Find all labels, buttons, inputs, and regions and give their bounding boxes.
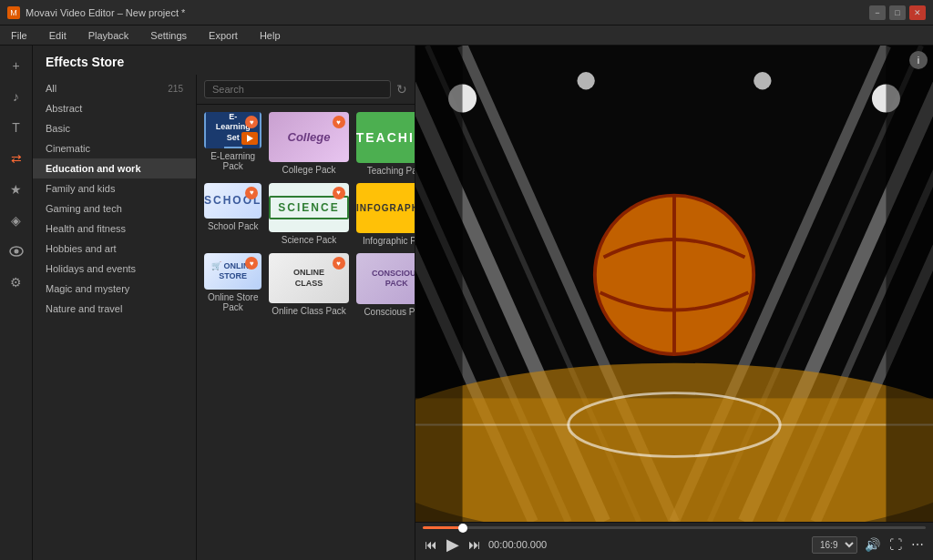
play-button[interactable]: ▶ <box>445 533 461 556</box>
fullscreen-button[interactable]: ⛶ <box>887 535 904 554</box>
list-item[interactable]: ♥ ONLINECLASS Online Class Pack <box>269 253 348 317</box>
eye-icon-btn[interactable] <box>4 239 29 264</box>
controls-right: 16:9 4:3 1:1 🔊 ⛶ ⋯ <box>812 535 926 554</box>
grid-item-label: Conscious Pack <box>356 307 415 317</box>
svg-point-24 <box>754 72 771 89</box>
menu-edit[interactable]: Edit <box>46 28 70 43</box>
badge-college: ♥ <box>333 116 345 128</box>
grid-item-label: Online Class Pack <box>269 306 348 316</box>
svg-point-23 <box>577 72 594 89</box>
svg-rect-26 <box>886 46 933 522</box>
list-item[interactable]: ♥ College College Pack <box>269 112 348 176</box>
category-holidays[interactable]: Holidays and events <box>33 259 196 279</box>
category-all[interactable]: All 215 <box>33 78 196 98</box>
list-item[interactable]: ♥ SCHOOL School Pack <box>204 183 261 247</box>
menu-settings[interactable]: Settings <box>147 28 190 43</box>
filter-icon-btn[interactable]: ◈ <box>4 208 29 233</box>
thumb-elearning: ♥ E-LearningSet <box>204 112 261 148</box>
grid-item-label: Infographic Pack <box>356 236 415 246</box>
next-frame-button[interactable]: ⏭ <box>466 535 483 554</box>
category-cinematic[interactable]: Cinematic <box>33 138 196 158</box>
thumb-science: ♥ SCIENCE <box>269 183 348 233</box>
badge-school: ♥ <box>245 187 258 199</box>
time-progress <box>423 526 463 529</box>
title-bar-left: M Movavi Video Editor – New project * <box>7 6 185 19</box>
menu-export[interactable]: Export <box>205 28 241 43</box>
thumb-school: ♥ SCHOOL <box>204 183 261 219</box>
badge-online-store: ♥ <box>245 257 258 270</box>
thumb-infographic: ♥ INFOGRAPHICS <box>356 183 415 234</box>
main-layout: + ♪ T ⇄ ★ ◈ ⚙ Effects Store All 215 Abst… <box>0 46 933 560</box>
category-basic[interactable]: Basic <box>33 118 196 138</box>
effects-title: Effects Store <box>33 46 415 75</box>
grid-area: ↻ ♥ E-LearningSet <box>197 75 415 560</box>
list-item[interactable]: ♥ INFOGRAPHICS Infographic Pack <box>356 183 415 247</box>
search-input[interactable] <box>204 80 391 98</box>
list-item[interactable]: ♥ SCIENCE Science Pack <box>269 183 348 247</box>
effects-grid: ♥ E-LearningSet <box>204 112 407 317</box>
effects-grid-scroll[interactable]: ♥ E-LearningSet <box>197 105 415 560</box>
effects-panel: Effects Store All 215 Abstract Basic Cin… <box>33 46 415 560</box>
info-button[interactable]: i <box>909 51 928 69</box>
close-button[interactable]: ✕ <box>909 5 926 20</box>
gear-icon-btn[interactable]: ⚙ <box>4 270 29 295</box>
time-slider[interactable] <box>423 526 926 529</box>
grid-item-label: Teaching Pack <box>356 166 415 176</box>
refresh-button[interactable]: ↻ <box>396 82 407 97</box>
volume-button[interactable]: 🔊 <box>863 535 882 554</box>
list-item[interactable]: ♥ CONSCIOUSPACK Conscious Pack <box>356 253 415 317</box>
list-item[interactable]: ♥ 🛒 ONLINESTORE Online Store Pack <box>204 253 261 317</box>
grid-item-label: Science Pack <box>269 235 348 245</box>
prev-frame-button[interactable]: ⏮ <box>423 535 439 554</box>
window-controls[interactable]: − □ ✕ <box>869 5 926 20</box>
list-item[interactable]: ♥ TEACHING Teaching Pack <box>356 112 415 176</box>
category-magic[interactable]: Magic and mystery <box>33 279 196 299</box>
badge-science: ♥ <box>333 187 345 199</box>
menu-help[interactable]: Help <box>256 28 284 43</box>
svg-marker-2 <box>247 135 253 142</box>
timecode: 00:00:00.000 <box>488 539 547 550</box>
aspect-ratio-select[interactable]: 16:9 4:3 1:1 <box>812 536 857 554</box>
more-options-button[interactable]: ⋯ <box>909 535 926 554</box>
sticker-icon-btn[interactable]: ★ <box>4 177 29 202</box>
thumb-teaching: ♥ TEACHING <box>356 112 415 163</box>
list-item[interactable]: ♥ E-LearningSet <box>204 112 261 176</box>
preview-area: i <box>415 46 933 522</box>
category-health[interactable]: Health and fitness <box>33 219 196 239</box>
effects-body: All 215 Abstract Basic Cinematic Educati… <box>33 75 415 560</box>
grid-item-label: School Pack <box>204 221 261 231</box>
add-button[interactable]: + <box>4 53 29 78</box>
category-gaming[interactable]: Gaming and tech <box>33 199 196 219</box>
grid-item-label: College Pack <box>269 165 348 175</box>
category-abstract[interactable]: Abstract <box>33 98 196 118</box>
music-icon-btn[interactable]: ♪ <box>4 84 29 109</box>
thumb-college: ♥ College <box>269 112 348 162</box>
right-panel: i <box>415 46 933 560</box>
preview-canvas <box>415 46 933 522</box>
maximize-button[interactable]: □ <box>889 5 906 20</box>
menu-file[interactable]: File <box>7 28 31 43</box>
svg-point-1 <box>14 249 18 254</box>
controls-left: ⏮ ▶ ⏭ 00:00:00.000 <box>423 533 547 556</box>
menu-playback[interactable]: Playback <box>85 28 133 43</box>
thumb-online-store: ♥ 🛒 ONLINESTORE <box>204 253 261 290</box>
controls-row: ⏮ ▶ ⏭ 00:00:00.000 16:9 4:3 1:1 🔊 ⛶ ⋯ <box>423 533 926 556</box>
menu-bar: File Edit Playback Settings Export Help <box>0 25 933 46</box>
category-education[interactable]: Education and work <box>33 158 196 178</box>
category-list: All 215 Abstract Basic Cinematic Educati… <box>33 75 197 560</box>
transition-icon-btn[interactable]: ⇄ <box>4 146 29 171</box>
text-icon-btn[interactable]: T <box>4 115 29 140</box>
thumb-conscious: ♥ CONSCIOUSPACK <box>356 253 415 304</box>
window-title: Movavi Video Editor – New project * <box>26 7 185 18</box>
video-controls: ⏮ ▶ ⏭ 00:00:00.000 16:9 4:3 1:1 🔊 ⛶ ⋯ <box>415 522 933 560</box>
category-family[interactable]: Family and kids <box>33 178 196 199</box>
search-bar: ↻ <box>197 75 415 105</box>
icon-sidebar: + ♪ T ⇄ ★ ◈ ⚙ <box>0 46 33 560</box>
time-thumb <box>458 524 467 533</box>
title-bar: M Movavi Video Editor – New project * − … <box>0 0 933 25</box>
badge-online-class: ♥ <box>333 257 345 270</box>
minimize-button[interactable]: − <box>869 5 886 20</box>
category-nature[interactable]: Nature and travel <box>33 299 196 319</box>
thumb-online-class: ♥ ONLINECLASS <box>269 253 348 303</box>
category-hobbies[interactable]: Hobbies and art <box>33 239 196 259</box>
